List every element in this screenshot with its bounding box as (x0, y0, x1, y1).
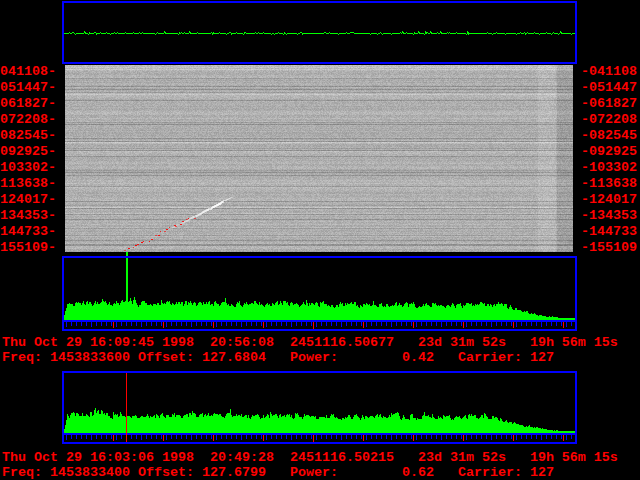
status-line-freq-previous: Freq: 1453833400 Offset: 127.6799 Power:… (2, 465, 554, 480)
waterfall-time-label-right: -113638 (581, 175, 637, 191)
spectrum-panel-current (62, 256, 577, 331)
waterfall-time-label-left: 051447- (0, 79, 56, 95)
spectrum-previous-plot (64, 373, 575, 442)
total-power-panel (62, 1, 577, 64)
waterfall-time-label-right: -103302 (581, 159, 637, 175)
waterfall-time-label-left: 082545- (0, 127, 56, 143)
waterfall-time-label-left: 124017- (0, 191, 56, 207)
waterfall-time-label-left: 144733- (0, 223, 56, 239)
waterfall-time-label-right: -051447 (581, 79, 637, 95)
waterfall-time-label-left: 061827- (0, 95, 56, 111)
waterfall-time-label-right: -134353 (581, 207, 637, 223)
status-line-time-previous: Thu Oct 29 16:03:06 1998 20:49:28 245111… (2, 450, 618, 466)
waterfall-time-label-left: 155109- (0, 239, 56, 255)
waterfall-time-label-right: -061827 (581, 95, 637, 111)
waterfall-time-label-left: 103302- (0, 159, 56, 175)
spectrum-panel-previous (62, 371, 577, 444)
status-line-time-current: Thu Oct 29 16:09:45 1998 20:56:08 245111… (2, 335, 618, 351)
waterfall-time-label-right: -124017 (581, 191, 637, 207)
waterfall-time-label-left: 092925- (0, 143, 56, 159)
waterfall-time-label-right: -155109 (581, 239, 637, 255)
waterfall-time-label-left: 134353- (0, 207, 56, 223)
waterfall-time-label-left: 041108- (0, 63, 56, 79)
setifox-monitor-screen: 041108-051447-061827-072208-082545-09292… (0, 0, 640, 480)
waterfall-time-label-right: -144733 (581, 223, 637, 239)
total-power-trace (64, 3, 575, 62)
waterfall-time-label-left: 072208- (0, 111, 56, 127)
waterfall-time-label-right: -082545 (581, 127, 637, 143)
status-line-freq-current: Freq: 1453833600 Offset: 127.6804 Power:… (2, 350, 554, 366)
spectrum-current-plot (64, 258, 575, 329)
waterfall-display (65, 65, 573, 252)
waterfall-time-label-left: 113638- (0, 175, 56, 191)
waterfall-time-label-right: -041108 (581, 63, 637, 79)
waterfall-time-label-right: -092925 (581, 143, 637, 159)
waterfall-time-label-right: -072208 (581, 111, 637, 127)
